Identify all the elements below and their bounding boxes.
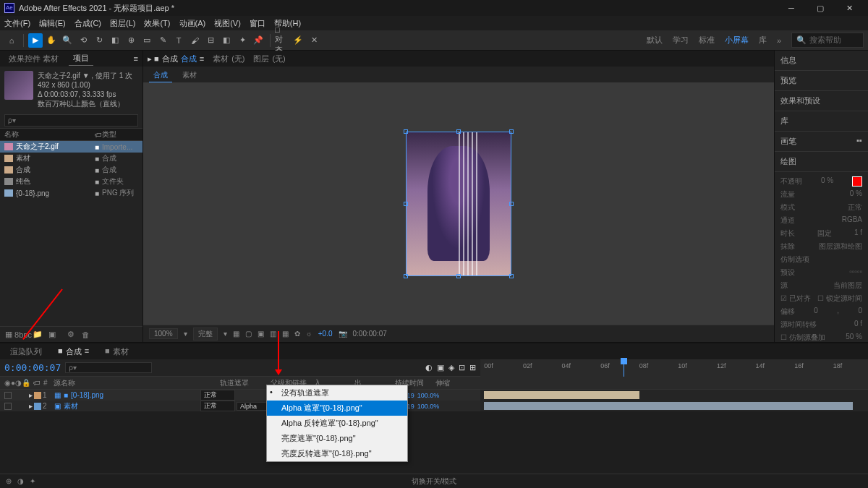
resolution-select[interactable]: 完整 (193, 328, 218, 341)
channel-icon[interactable]: ▥ (270, 330, 276, 338)
menu-edit[interactable]: 编辑(E) (39, 18, 66, 29)
settings-icon[interactable]: ⚙ (65, 329, 77, 341)
grid-icon[interactable]: ▦ (233, 330, 239, 338)
comp-viewer[interactable] (143, 82, 774, 325)
comp-preview-image[interactable] (406, 132, 511, 276)
switches-label[interactable]: 切换开关/模式 (412, 476, 457, 487)
layer-bar[interactable] (484, 402, 852, 410)
home-icon[interactable]: ⌂ (4, 33, 19, 48)
col-visibility-icon[interactable]: ◉●◑🔒 (4, 379, 33, 387)
expand-icon[interactable]: ▸ (29, 391, 33, 399)
project-item[interactable]: 纯色■文件夹 (0, 176, 142, 187)
col-track-matte[interactable]: 轨道遮罩 (198, 378, 271, 388)
tab-source-viewer[interactable]: 素材 (无) (213, 53, 244, 64)
workspace-lib[interactable]: 库 (759, 35, 767, 46)
tab-render-queue[interactable]: 渲染队列 (6, 345, 46, 359)
roto-tool-icon[interactable]: ✦ (235, 33, 250, 48)
brush-tool-icon[interactable]: 🖌 (187, 33, 202, 48)
orbit-tool-icon[interactable]: ⟲ (76, 33, 90, 48)
foreground-color[interactable] (852, 176, 862, 187)
stamp-tool-icon[interactable]: ⊟ (203, 33, 218, 48)
col-stretch[interactable]: 伸缩 (435, 378, 464, 388)
layer-row[interactable]: ▸ 2 ▣ 素材 正常 Alpha ⊚ 无 0:00:00:00 0:00:00… (0, 401, 868, 411)
shape-tool-icon[interactable]: ▭ (140, 33, 154, 48)
maximize-button[interactable]: ▢ (806, 0, 835, 16)
project-item[interactable]: {0-18}.png■PNG 序列 (0, 187, 142, 199)
tab-project[interactable]: 项目 (69, 51, 93, 66)
matte-option-luma-inv[interactable]: 亮度反转遮罩"{0-18}.png" (267, 446, 407, 461)
panel-menu-icon[interactable]: ≡ (134, 54, 138, 63)
layer-bar[interactable] (484, 391, 639, 399)
tl-icon-5[interactable]: ⊞ (469, 363, 476, 372)
layer-row[interactable]: ▸ 1 ▦■ [0-18].png 正常 ⊚ 无 0:00:00:00 0:00… (0, 390, 868, 401)
panel-library[interactable]: 库 (775, 111, 868, 132)
panel-info[interactable]: 信息 (775, 51, 868, 71)
workspace-small[interactable]: 小屏幕 (725, 35, 749, 46)
transparency-icon[interactable]: ▦ (282, 330, 289, 338)
project-item[interactable]: 天命之子2.gif■Importe... (0, 141, 142, 153)
subtab-comp[interactable]: 合成 (149, 69, 172, 82)
matte-option-none[interactable]: 没有轨道遮罩 (267, 385, 407, 401)
col-source-name[interactable]: 源名称 (54, 378, 198, 388)
new-folder-icon[interactable]: 📁 (32, 329, 43, 341)
panel-draw[interactable]: 绘图 (775, 152, 868, 172)
timeline-ruler[interactable]: 00f 02f 04f 06f 08f 10f 12f 14f 16f 18f (480, 359, 868, 377)
matte-option-alpha-inv[interactable]: Alpha 反转遮罩"{0-18}.png" (267, 416, 407, 431)
expand-icon[interactable]: ▸ (29, 402, 33, 410)
res-chevron-icon[interactable]: ▾ (224, 330, 227, 338)
close-button[interactable]: ✕ (835, 0, 864, 16)
mask-icon[interactable]: ▢ (245, 330, 252, 338)
camera-tool-icon[interactable]: ◧ (108, 33, 122, 48)
timeline-search[interactable] (65, 362, 152, 373)
eraser-tool-icon[interactable]: ◧ (219, 33, 234, 48)
guide-icon[interactable]: ▣ (258, 330, 264, 338)
label-color[interactable] (34, 403, 41, 410)
pen-tool-icon[interactable]: ✎ (156, 33, 170, 48)
tl-icon-4[interactable]: ⊡ (459, 363, 465, 372)
menu-view[interactable]: 视图(V) (214, 18, 241, 29)
workspace-default[interactable]: 默认 (647, 35, 663, 46)
tl-icon-3[interactable]: ◈ (448, 363, 454, 372)
help-search[interactable]: 🔍 搜索帮助 (791, 33, 864, 48)
sb-icon-3[interactable]: ✦ (30, 477, 35, 485)
menu-comp[interactable]: 合成(C) (75, 18, 101, 29)
col-tag-icon[interactable]: 🏷 (95, 131, 102, 139)
sb-icon-2[interactable]: ◑ (17, 477, 24, 485)
project-search-input[interactable] (4, 114, 138, 127)
col-label-icon[interactable]: 🏷 (33, 379, 43, 387)
puppet-tool-icon[interactable]: 📌 (251, 33, 265, 48)
matte-option-luma[interactable]: 亮度遮罩"{0-18}.png" (267, 431, 407, 446)
exposure-value[interactable]: +0.0 (318, 330, 333, 338)
region-icon[interactable]: ✿ (294, 330, 300, 338)
workspace-learn[interactable]: 学习 (673, 35, 689, 46)
snapshot-icon[interactable]: 📷 (339, 330, 347, 338)
menu-effect[interactable]: 效果(T) (144, 18, 170, 29)
preset-swatches[interactable]: ▫▫▫▫▫ (849, 267, 862, 278)
tab-layer-viewer[interactable]: 图层 (无) (253, 53, 285, 64)
minimize-button[interactable]: ─ (777, 0, 806, 16)
panel-brush[interactable]: 画笔▪▪ (775, 132, 868, 152)
tl-icon-1[interactable]: ◐ (425, 363, 433, 372)
zoom-chevron-icon[interactable]: ▾ (184, 330, 187, 338)
visibility-toggle[interactable] (4, 403, 12, 410)
visibility-toggle[interactable] (4, 392, 12, 399)
exposure-icon[interactable]: ☼ (306, 330, 312, 338)
project-item[interactable]: 素材■合成 (0, 153, 142, 164)
workspace-standard[interactable]: 标准 (699, 35, 715, 46)
tl-icon-2[interactable]: ▣ (437, 363, 444, 372)
blend-mode-select[interactable]: 正常 (200, 401, 235, 411)
tab-effects-controls[interactable]: 效果控件 素材 (4, 52, 63, 66)
layer-name[interactable]: ▦■ [0-18].png (54, 391, 199, 399)
menu-file[interactable]: 文件(F) (4, 18, 30, 29)
viewer-time[interactable]: 0:00:00:07 (353, 330, 387, 338)
playhead[interactable] (624, 359, 624, 377)
menu-anim[interactable]: 动画(A) (179, 18, 206, 29)
mesh-icon[interactable]: ✕ (307, 33, 321, 48)
snap-opts-icon[interactable]: ⚡ (291, 33, 305, 48)
workspace-more-icon[interactable]: » (777, 36, 781, 45)
snap-icon[interactable]: □ 对齐 (275, 33, 289, 48)
hand-tool-icon[interactable]: ✋ (44, 33, 59, 48)
panel-preview[interactable]: 预览 (775, 71, 868, 91)
panel-effects[interactable]: 效果和预设 (775, 91, 868, 111)
zoom-select[interactable]: 100% (149, 328, 178, 339)
